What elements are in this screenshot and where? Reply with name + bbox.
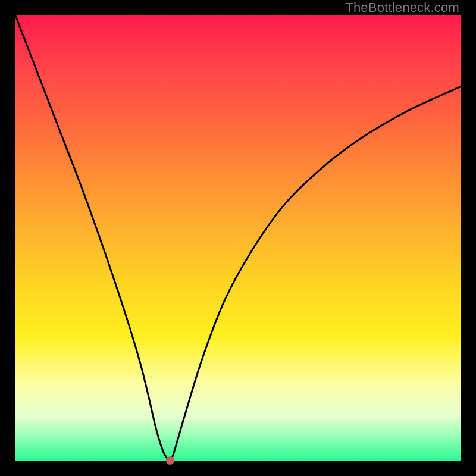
bottleneck-curve: [15, 15, 461, 461]
minimum-point-marker: [166, 456, 174, 465]
watermark-text: TheBottleneck.com: [345, 0, 459, 15]
plot-area: [15, 15, 461, 461]
outer-frame: TheBottleneck.com: [0, 0, 476, 476]
